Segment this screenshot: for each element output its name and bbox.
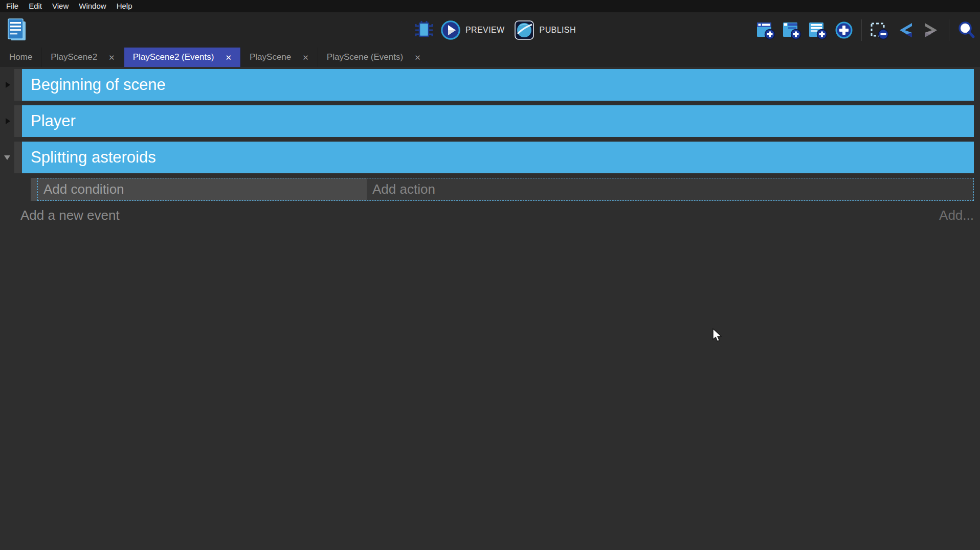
event-group-row: Player xyxy=(0,105,974,137)
group-title: Beginning of scene xyxy=(31,76,166,94)
add-more-button[interactable]: Add... xyxy=(939,208,974,223)
mouse-cursor-icon xyxy=(712,328,723,346)
tab-playscene-events[interactable]: PlayScene (Events) ✕ xyxy=(318,48,430,67)
add-event-icon[interactable] xyxy=(756,20,775,40)
event-drag-handle[interactable] xyxy=(31,178,37,201)
tab-label: PlayScene2 (Events) xyxy=(133,52,214,62)
group-drag-handle[interactable] xyxy=(14,142,22,173)
tab-playscene2[interactable]: PlayScene2 ✕ xyxy=(41,48,123,67)
menu-file[interactable]: File xyxy=(1,0,24,12)
tab-label: PlayScene xyxy=(250,52,291,62)
debug-icon[interactable] xyxy=(412,18,436,42)
menu-window[interactable]: Window xyxy=(74,0,111,12)
project-manager-icon[interactable] xyxy=(6,18,28,42)
selected-empty-event: Add condition Add action xyxy=(31,178,974,201)
add-event-row: Add a new event Add... xyxy=(20,206,974,224)
collapse-arrow-icon[interactable] xyxy=(4,155,10,160)
menu-view[interactable]: View xyxy=(47,0,74,12)
events-sheet: Beginning of scene Player Splitting aste… xyxy=(0,67,980,550)
event-group-row: Beginning of scene xyxy=(0,69,974,101)
event-group-row: Splitting asteroids xyxy=(0,142,974,173)
publish-button[interactable]: PUBLISH xyxy=(540,26,576,35)
menu-bar: File Edit View Window Help xyxy=(0,0,980,12)
close-icon[interactable]: ✕ xyxy=(225,54,232,61)
close-icon[interactable]: ✕ xyxy=(414,54,421,61)
toolbar-separator xyxy=(949,19,949,41)
group-title: Splitting asteroids xyxy=(31,148,156,167)
group-title: Player xyxy=(31,112,76,130)
tab-playscene2-events[interactable]: PlayScene2 (Events) ✕ xyxy=(124,48,240,67)
toolbar-separator xyxy=(861,19,862,41)
add-action-button[interactable]: Add action xyxy=(367,178,973,200)
event-group-beginning-of-scene[interactable]: Beginning of scene xyxy=(22,69,974,101)
add-condition-button[interactable]: Add condition xyxy=(38,178,367,200)
preview-button[interactable]: PREVIEW xyxy=(465,26,505,35)
menu-edit[interactable]: Edit xyxy=(24,0,47,12)
tab-label: PlayScene2 xyxy=(51,52,97,62)
expand-arrow-icon[interactable] xyxy=(6,82,10,88)
run-cluster: PREVIEW PUBLISH xyxy=(412,12,579,48)
menu-help[interactable]: Help xyxy=(112,0,138,12)
play-circle-icon[interactable] xyxy=(440,19,461,41)
tab-label: Home xyxy=(9,52,32,62)
add-circle-icon[interactable] xyxy=(834,20,854,40)
redo-icon[interactable] xyxy=(922,20,941,40)
main-toolbar: PREVIEW PUBLISH xyxy=(0,12,980,48)
events-toolbar xyxy=(756,12,976,48)
tab-playscene[interactable]: PlayScene ✕ xyxy=(240,48,318,67)
add-condition-label: Add condition xyxy=(43,181,124,197)
add-subevent-icon[interactable] xyxy=(782,20,801,40)
close-icon[interactable]: ✕ xyxy=(108,54,115,61)
add-comment-icon[interactable] xyxy=(808,20,828,40)
delete-selection-icon[interactable] xyxy=(870,20,889,40)
add-action-label: Add action xyxy=(372,181,435,197)
event-group-splitting-asteroids[interactable]: Splitting asteroids xyxy=(22,142,974,173)
tab-label: PlayScene (Events) xyxy=(327,52,403,62)
add-new-event-button[interactable]: Add a new event xyxy=(20,208,120,223)
search-icon[interactable] xyxy=(957,20,976,40)
close-icon[interactable]: ✕ xyxy=(302,54,309,61)
tab-bar: Home PlayScene2 ✕ PlayScene2 (Events) ✕ … xyxy=(0,48,980,67)
tab-home[interactable]: Home xyxy=(0,48,41,67)
event-group-player[interactable]: Player xyxy=(22,105,974,137)
expand-arrow-icon[interactable] xyxy=(6,118,10,124)
globe-icon[interactable] xyxy=(513,19,536,41)
event-selection-outline: Add condition Add action xyxy=(37,178,974,201)
group-drag-handle[interactable] xyxy=(14,105,22,137)
undo-icon[interactable] xyxy=(896,20,915,40)
group-drag-handle[interactable] xyxy=(14,69,22,101)
